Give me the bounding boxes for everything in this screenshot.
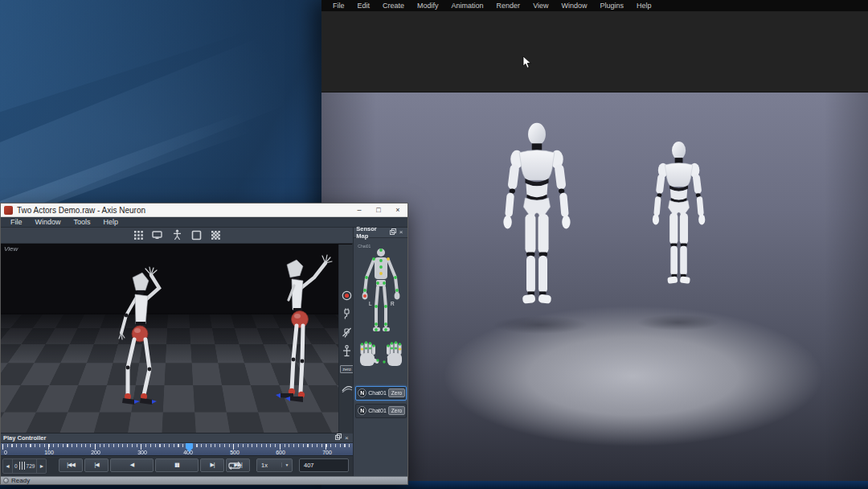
menu-edit[interactable]: Edit [351, 2, 377, 10]
disconnect-plug-icon[interactable] [341, 326, 354, 339]
range-widget[interactable]: ◄ 0 729 ► [2, 458, 47, 474]
frame-number-field[interactable]: 407 [299, 458, 349, 472]
range-left-arrow[interactable]: ◄ [5, 463, 10, 469]
window-title: Two Actors Demo.raw - Axis Neuron [17, 206, 350, 215]
step-forward-button[interactable]: ▶| [200, 458, 224, 472]
body-sensor-diagram[interactable]: L R [358, 247, 403, 342]
wallpaper-beam [0, 36, 291, 230]
axis-menu-window[interactable]: Window [29, 218, 68, 226]
float-panel-icon[interactable] [389, 228, 397, 236]
actor-name: Chat01 [368, 390, 387, 396]
viewport-label: View [4, 245, 18, 253]
checker-grid-icon[interactable] [130, 228, 146, 241]
axis-menubar: File Window Tools Help [1, 217, 407, 228]
axis-3d-viewport[interactable]: View [1, 244, 353, 433]
play-controller-panel: Play Controller × 0 100 200 300 400 500 … [1, 433, 353, 476]
tick-label: 100 [44, 450, 54, 455]
close-panel-icon[interactable]: × [397, 228, 405, 236]
axis-menu-tools[interactable]: Tools [68, 218, 97, 226]
status-dot-icon [3, 478, 9, 483]
left-hand-label: L [369, 301, 372, 306]
zero-side-button[interactable]: zero [341, 363, 354, 376]
sensor-map-panel: Sensor Map × Chat01 [353, 228, 407, 476]
record-icon[interactable] [341, 289, 354, 302]
actor-figure-icon[interactable] [169, 228, 185, 241]
range-start: 0 [14, 463, 18, 469]
neuron-badge-icon: N [358, 388, 366, 397]
play-backward-button[interactable]: ◀ [110, 458, 154, 472]
main-top-panel [321, 11, 868, 92]
zero-button[interactable]: Zero [388, 406, 405, 415]
right-hand-label: R [391, 301, 395, 306]
skeleton-actor-1 [104, 266, 173, 419]
actor-name: Chat01 [368, 408, 387, 413]
axis-menu-file[interactable]: File [4, 218, 29, 226]
menu-create[interactable]: Create [376, 2, 411, 10]
float-panel-icon[interactable] [334, 434, 342, 442]
status-text: Ready [11, 477, 30, 484]
timeline-ruler[interactable]: 0 100 200 300 400 500 600 700 [1, 443, 353, 456]
axis-titlebar[interactable]: Two Actors Demo.raw - Axis Neuron – □ × [1, 203, 407, 217]
axis-neuron-window: Two Actors Demo.raw - Axis Neuron – □ × … [0, 203, 408, 485]
menu-render[interactable]: Render [490, 2, 527, 10]
sensor-map-title: Sensor Map [356, 225, 389, 240]
window-frame-icon[interactable] [188, 228, 204, 241]
mannequin-male [495, 119, 579, 322]
transport-controls: ◄ 0 729 ► |◀◀ |◀ ◀ ▮▮ ▶| [1, 456, 353, 476]
curves-icon[interactable] [341, 381, 354, 394]
close-panel-icon[interactable]: × [342, 434, 350, 442]
skip-to-start-button[interactable]: |◀◀ [59, 458, 83, 472]
neuron-badge-icon: N [358, 406, 366, 415]
zero-button[interactable]: Zero [388, 388, 405, 397]
play-controller-title: Play Controller [3, 434, 334, 442]
chevron-down-icon[interactable]: ▼ [281, 462, 292, 467]
connect-plug-icon[interactable] [341, 307, 354, 320]
actor-row-1[interactable]: N Chat01 Zero [355, 386, 407, 401]
tick-label: 0 [4, 450, 7, 455]
mannequin-female [636, 138, 711, 322]
wallpaper-beam [0, 0, 251, 125]
tick-label: 300 [137, 450, 147, 455]
checker-grid-icon-2[interactable] [207, 228, 223, 241]
tick-label: 700 [322, 450, 332, 455]
menu-window[interactable]: Window [555, 2, 593, 10]
menu-plugins[interactable]: Plugins [594, 2, 631, 10]
tick-label: 600 [276, 450, 285, 455]
skeleton-actor-2 [260, 253, 334, 424]
loop-icon[interactable] [227, 459, 243, 472]
speed-value: 1x [257, 462, 281, 469]
close-button[interactable]: × [388, 203, 407, 217]
menu-animation[interactable]: Animation [445, 2, 490, 10]
menu-modify[interactable]: Modify [411, 2, 445, 10]
tick-label: 200 [91, 450, 100, 455]
hands-sensor-diagram[interactable] [357, 339, 405, 372]
menu-file[interactable]: File [326, 2, 351, 10]
tick-label: 500 [230, 450, 240, 455]
minimize-button[interactable]: – [350, 203, 369, 217]
axis-app-icon [4, 206, 13, 215]
mouse-cursor [522, 56, 532, 69]
range-end: 729 [27, 463, 35, 469]
main-menubar: File Edit Create Modify Animation Render… [321, 0, 868, 11]
actor-list: N Chat01 Zero N Chat01 Zero [355, 386, 407, 418]
speed-dropdown[interactable]: 1x ▼ [256, 458, 293, 472]
ruler-major-ticks [2, 444, 351, 450]
menu-view[interactable]: View [526, 2, 555, 10]
range-handle[interactable] [19, 462, 25, 470]
display-icon[interactable] [149, 228, 166, 241]
maximize-button[interactable]: □ [369, 203, 388, 217]
desktop: { "main_app": { "menu_items": ["File","E… [0, 0, 868, 489]
menu-help[interactable]: Help [630, 2, 658, 10]
axis-menu-help[interactable]: Help [97, 218, 125, 226]
actor-row-2[interactable]: N Chat01 Zero [355, 404, 407, 418]
actor-anchor-icon[interactable] [341, 344, 354, 357]
status-bar: Ready [1, 476, 407, 484]
pause-button[interactable]: ▮▮ [155, 458, 199, 472]
viewport-side-toolbar: zero [338, 244, 354, 434]
axis-toolbar [1, 228, 353, 244]
step-back-button[interactable]: |◀ [84, 458, 108, 472]
range-right-arrow[interactable]: ► [39, 463, 44, 469]
